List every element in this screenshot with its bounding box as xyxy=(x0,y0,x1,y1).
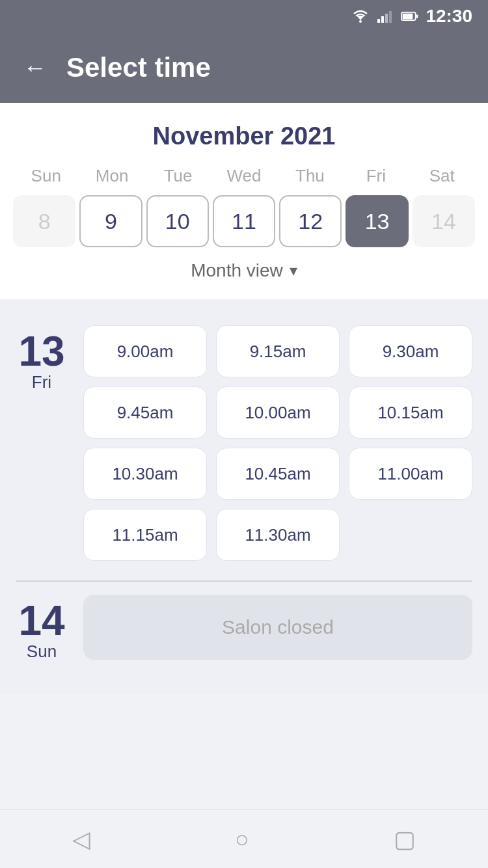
wifi-icon xyxy=(351,10,370,23)
weekday-mon: Mon xyxy=(79,166,144,186)
date-cell-11[interactable]: 11 xyxy=(213,195,275,247)
day-13-label: 13 Fri xyxy=(16,325,68,561)
time-slot-1030[interactable]: 10.30am xyxy=(83,448,207,500)
page-title: Select time xyxy=(66,52,211,83)
battery-icon xyxy=(401,10,419,23)
time-slot-945[interactable]: 9.45am xyxy=(83,387,207,439)
header: ← Select time xyxy=(0,33,488,103)
svg-rect-2 xyxy=(377,19,380,23)
weekday-tue: Tue xyxy=(145,166,211,186)
status-time: 12:30 xyxy=(426,6,472,27)
time-slot-1115[interactable]: 11.15am xyxy=(83,509,207,561)
time-slot-900[interactable]: 9.00am xyxy=(83,325,207,377)
date-cell-14[interactable]: 14 xyxy=(413,195,475,247)
time-slot-1000[interactable]: 10.00am xyxy=(216,387,340,439)
svg-rect-4 xyxy=(385,14,388,23)
time-slot-1130[interactable]: 11.30am xyxy=(216,509,340,561)
time-slot-1100[interactable]: 11.00am xyxy=(349,448,472,500)
weekday-sun: Sun xyxy=(13,166,79,186)
time-section: 13 Fri 9.00am 9.15am 9.30am 9.45am 10.00… xyxy=(0,299,488,694)
weekday-fri: Fri xyxy=(343,166,409,186)
day-14-name: Sun xyxy=(27,642,57,662)
date-cell-13[interactable]: 13 xyxy=(346,195,408,247)
day-14-block: 14 Sun Salon closed xyxy=(16,582,472,681)
nav-back-icon[interactable]: ◁ xyxy=(72,826,90,853)
time-slot-915[interactable]: 9.15am xyxy=(216,325,340,377)
day-13-name: Fri xyxy=(32,372,51,392)
svg-point-1 xyxy=(359,20,362,23)
dates-row: 8 9 10 11 12 13 14 xyxy=(13,195,475,247)
day-14-label: 14 Sun xyxy=(16,595,68,662)
date-cell-9[interactable]: 9 xyxy=(79,195,142,247)
weekday-sat: Sat xyxy=(409,166,475,186)
weekday-row: Sun Mon Tue Wed Thu Fri Sat xyxy=(13,166,475,186)
nav-home-icon[interactable]: ○ xyxy=(235,826,249,853)
day-13-number: 13 xyxy=(18,331,64,372)
svg-marker-0 xyxy=(357,16,364,20)
calendar-section: November 2021 Sun Mon Tue Wed Thu Fri Sa… xyxy=(0,103,488,299)
svg-rect-3 xyxy=(381,16,384,23)
date-cell-10[interactable]: 10 xyxy=(146,195,209,247)
bottom-nav: ◁ ○ ▢ xyxy=(0,809,488,868)
chevron-down-icon: ▾ xyxy=(290,262,297,280)
day-14-number: 14 xyxy=(18,600,64,642)
day-13-block: 13 Fri 9.00am 9.15am 9.30am 9.45am 10.00… xyxy=(16,312,472,580)
time-slot-930[interactable]: 9.30am xyxy=(349,325,472,377)
day-13-slots-grid: 9.00am 9.15am 9.30am 9.45am 10.00am 10.1… xyxy=(83,325,472,561)
date-cell-12[interactable]: 12 xyxy=(279,195,342,247)
month-view-toggle[interactable]: Month view ▾ xyxy=(13,247,475,286)
signal-icon xyxy=(376,10,394,23)
weekday-thu: Thu xyxy=(277,166,343,186)
status-bar: 12:30 xyxy=(0,0,488,33)
month-view-label: Month view xyxy=(191,260,283,281)
calendar-month: November 2021 xyxy=(13,122,475,150)
back-button[interactable]: ← xyxy=(23,54,47,81)
time-slot-1015[interactable]: 10.15am xyxy=(349,387,472,439)
status-icons: 12:30 xyxy=(351,6,472,27)
time-slot-1045[interactable]: 10.45am xyxy=(216,448,340,500)
date-cell-8[interactable]: 8 xyxy=(13,195,75,247)
svg-rect-7 xyxy=(403,14,413,20)
svg-rect-8 xyxy=(416,14,418,18)
svg-rect-5 xyxy=(389,11,392,23)
nav-recent-icon[interactable]: ▢ xyxy=(394,826,416,853)
weekday-wed: Wed xyxy=(211,166,277,186)
salon-closed-label: Salon closed xyxy=(83,595,472,660)
